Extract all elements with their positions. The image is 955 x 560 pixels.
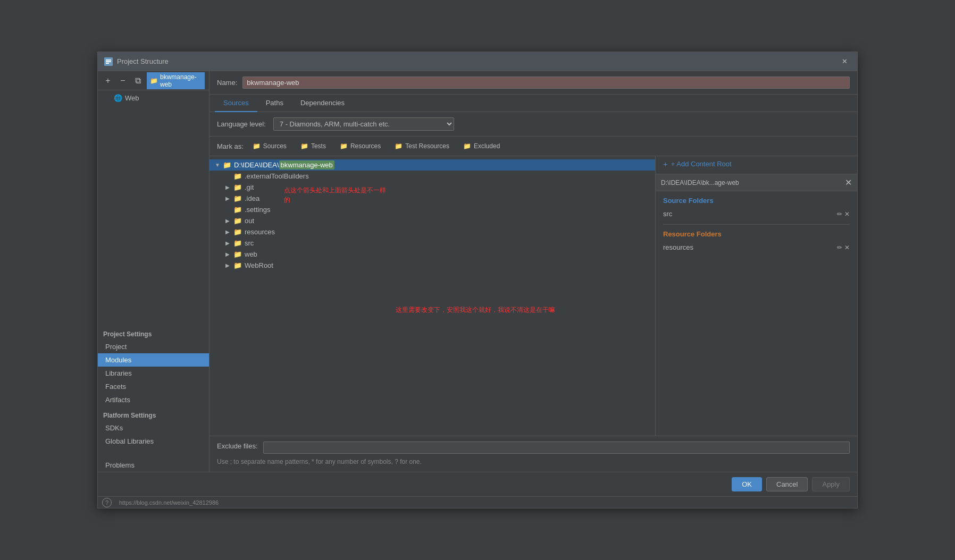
resources-label: resources (663, 243, 693, 251)
tab-sources[interactable]: Sources (215, 95, 257, 112)
popup-header: D:\IDEA\IDEA\bk...age-web ✕ (656, 174, 857, 191)
help-button[interactable]: ? (102, 498, 112, 507)
exclude-hint: Use ; to separate name patterns, * for a… (217, 457, 850, 466)
src-actions: ✏ ✕ (837, 210, 850, 218)
sidebar-item-modules[interactable]: Modules (98, 353, 209, 367)
folder-icon: 📁 (233, 217, 242, 225)
annotation-arrow2: 这里需要改变下，安照我这个就好，我说不清这是在干嘛 (396, 305, 555, 315)
tests-folder-icon: 📁 (300, 142, 308, 150)
tab-paths[interactable]: Paths (257, 95, 292, 112)
module-tree-item-bkwmanage[interactable]: 📁 bkwmanage-web (147, 72, 205, 89)
exclude-files-row: Exclude files: Use ; to separate name pa… (210, 436, 857, 472)
chevron-right-icon: ▶ (225, 262, 232, 268)
language-level-label: Language level: (217, 120, 266, 128)
sidebar-item-problems[interactable]: Problems (98, 459, 209, 472)
folder-icon: 📁 (150, 77, 158, 84)
sidebar-item-artifacts[interactable]: Artifacts (98, 393, 209, 406)
src-folder-icon: 📁 (233, 239, 242, 247)
tabs-row: Sources Paths Dependencies (210, 95, 857, 112)
edit-src-button[interactable]: ✏ (837, 210, 842, 218)
sidebar-item-sdks[interactable]: SDKs (98, 421, 209, 435)
cancel-button[interactable]: Cancel (766, 477, 808, 491)
mark-as-row: Mark as: 📁 Sources 📁 Tests 📁 Resources 📁… (210, 137, 857, 156)
svg-rect-3 (106, 63, 109, 64)
folder-icon: 📁 (233, 194, 242, 202)
popup-body: Source Folders src ✏ ✕ Resource Folders (656, 191, 857, 260)
sidebar-item-project[interactable]: Project (98, 340, 209, 353)
chevron-right-icon: ▶ (225, 240, 232, 246)
chevron-right-icon: ▶ (225, 184, 232, 190)
folder-icon: 📁 (233, 206, 242, 214)
main-content: + − ⧉ 📁 bkwmanage-web 🌐 Web Projec (98, 71, 857, 472)
popup-close-button[interactable]: ✕ (845, 177, 852, 188)
root-folder-icon: 📁 (223, 161, 231, 169)
chevron-right-icon: ▶ (225, 218, 232, 224)
sidebar-item-libraries[interactable]: Libraries (98, 367, 209, 380)
mark-resources-button[interactable]: 📁 Resources (335, 141, 386, 151)
source-folders-title: Source Folders (663, 197, 850, 205)
folder-icon: 📁 (233, 172, 242, 180)
ok-button[interactable]: OK (732, 477, 762, 491)
mark-sources-button[interactable]: 📁 Sources (248, 141, 291, 151)
module-tree-item-web[interactable]: 🌐 Web (110, 92, 209, 104)
add-content-root-label[interactable]: + Add Content Root (671, 160, 732, 168)
mark-as-label: Mark as: (217, 142, 244, 150)
svg-rect-2 (106, 61, 111, 62)
sidebar-item-global-libraries[interactable]: Global Libraries (98, 435, 209, 448)
resources-folder-icon: 📁 (340, 142, 348, 150)
platform-settings-label: Platform Settings (98, 406, 209, 421)
popup-resource-folder-resources: resources ✏ ✕ (663, 242, 850, 252)
popup-path-label: D:\IDEA\IDEA\bk...age-web (661, 179, 841, 186)
mark-tests-button[interactable]: 📁 Tests (296, 141, 331, 151)
project-structure-dialog: Project Structure ✕ + − ⧉ 📁 bkwmanage-we… (97, 52, 858, 508)
source-folders-popup: + + Add Content Root D:\IDEA\IDEA\bk...a… (655, 156, 857, 436)
src-label: src (663, 210, 672, 218)
remove-button[interactable]: − (117, 75, 129, 87)
mark-test-resources-button[interactable]: 📁 Test Resources (390, 141, 454, 151)
copy-button[interactable]: ⧉ (132, 75, 144, 87)
name-row: Name: (210, 71, 857, 95)
mark-excluded-button[interactable]: 📁 Excluded (458, 141, 505, 151)
sidebar: + − ⧉ 📁 bkwmanage-web 🌐 Web Projec (98, 71, 210, 472)
name-input[interactable] (242, 77, 850, 89)
chevron-right-icon: ▶ (225, 229, 232, 235)
popup-divider (663, 224, 850, 225)
sidebar-item-facets[interactable]: Facets (98, 380, 209, 393)
add-content-root-row: + + Add Content Root (656, 156, 857, 174)
dialog-icon (104, 57, 113, 66)
language-level-select[interactable]: 7 - Diamonds, ARM, multi-catch etc. 8 - … (273, 117, 454, 131)
bottom-bar: OK Cancel Apply (98, 472, 857, 496)
project-settings-label: Project Settings (98, 325, 209, 340)
folder-icon: 📁 (233, 183, 242, 191)
popup-source-folder-src: src ✏ ✕ (663, 209, 850, 219)
name-label: Name: (217, 79, 237, 87)
test-resources-folder-icon: 📁 (395, 142, 403, 150)
resources-folder-icon: 📁 (233, 228, 242, 236)
exclude-files-input[interactable] (263, 442, 850, 454)
tab-dependencies[interactable]: Dependencies (292, 95, 353, 112)
apply-button[interactable]: Apply (812, 477, 850, 491)
folder-icon: 📁 (233, 250, 242, 258)
language-level-row: Language level: 7 - Diamonds, ARM, multi… (210, 112, 857, 137)
file-tree-area: ▼ 📁 D:\IDEA\IDEA\bkwmanage-web ▶ 📁 .exte… (210, 156, 857, 436)
sources-folder-icon: 📁 (253, 142, 261, 150)
title-bar: Project Structure ✕ (98, 52, 857, 71)
svg-rect-1 (106, 60, 111, 61)
plus-icon: + (663, 159, 668, 168)
resources-actions: ✏ ✕ (837, 244, 850, 251)
root-path-label: D:\IDEA\IDEA\bkwmanage-web (234, 161, 334, 169)
chevron-down-icon: ▼ (215, 162, 221, 168)
add-button[interactable]: + (102, 75, 114, 87)
sidebar-toolbar: + − ⧉ 📁 bkwmanage-web (98, 71, 209, 90)
folder-icon: 📁 (233, 261, 242, 269)
exclude-files-label: Exclude files: (217, 442, 258, 450)
edit-resources-button[interactable]: ✏ (837, 244, 842, 251)
status-bar: ? https://blog.csdn.net/weixin_42812986 (98, 496, 857, 508)
dialog-title: Project Structure (117, 57, 838, 65)
chevron-right-icon: ▶ (225, 251, 232, 257)
close-button[interactable]: ✕ (838, 55, 851, 68)
chevron-right-icon: ▶ (225, 196, 232, 201)
remove-src-button[interactable]: ✕ (844, 210, 850, 218)
right-panel: Name: Sources Paths Dependencies Languag… (210, 71, 857, 472)
remove-resources-button[interactable]: ✕ (844, 244, 850, 251)
